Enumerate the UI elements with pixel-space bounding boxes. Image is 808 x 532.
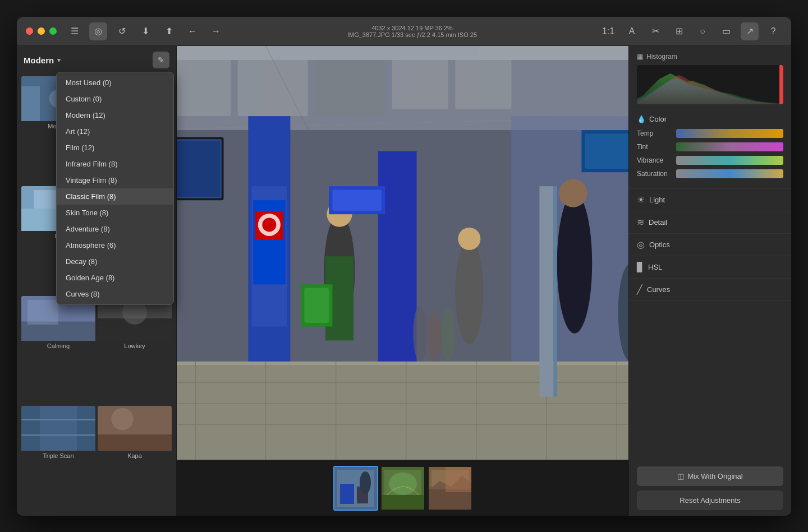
category-selector[interactable]: Modern ▾ (24, 55, 61, 65)
saturation-slider[interactable] (676, 169, 783, 178)
zoom-label: 1:1 (602, 26, 614, 36)
color-label: Color (649, 115, 667, 123)
filter-item-kapa[interactable]: Kapa (98, 406, 172, 514)
tint-label: Tint (637, 143, 676, 151)
svg-rect-22 (40, 406, 77, 451)
color-title: 💧 Color (637, 115, 783, 123)
text-button[interactable]: A (623, 22, 641, 40)
svg-point-41 (262, 218, 276, 232)
filter-button[interactable]: ◎ (89, 22, 107, 40)
temp-slider[interactable] (676, 129, 783, 138)
svg-rect-67 (177, 141, 220, 197)
filter-thumb-triple (21, 406, 95, 451)
history-button[interactable]: ↺ (113, 22, 131, 40)
crop-button[interactable]: ⊞ (670, 22, 688, 40)
svg-point-60 (455, 239, 483, 344)
app-window: ☰ ◎ ↺ ⬇ ⬆ ← → 4032 x 3024 12.19 MP 36.2 (17, 17, 791, 516)
dropdown-classic-film[interactable]: Classic Film (8) (57, 188, 173, 205)
filmstrip-thumb-3[interactable] (428, 466, 472, 511)
category-dropdown: Most Used (0) Custom (0) Modern (12) Art… (56, 72, 174, 305)
close-button[interactable] (26, 27, 33, 35)
histogram-icon: ▦ (637, 53, 643, 61)
dropdown-infrared-film[interactable]: Infrared Film (8) (57, 156, 173, 172)
light-section[interactable]: ☀ Light (629, 189, 791, 211)
dropdown-vintage-film[interactable]: Vintage Film (8) (57, 172, 173, 188)
dropdown-atmosphere[interactable]: Atmosphere (6) (57, 237, 173, 253)
reset-label: Reset Adjustments (680, 496, 740, 505)
panel-right: ▦ Histogram (628, 46, 791, 516)
color-icon: 💧 (637, 115, 646, 123)
dropdown-curves[interactable]: Curves (8) (57, 286, 173, 302)
filmstrip-thumb-1[interactable] (333, 466, 378, 511)
dropdown-golden-age[interactable]: Golden Age (8) (57, 270, 173, 286)
filmstrip-thumb-2[interactable] (380, 466, 425, 511)
filter-item-lowkey[interactable]: Lowkey (98, 296, 172, 404)
svg-point-63 (559, 179, 587, 207)
sidebar-left: Modern ▾ ✎ Most Used (0) Custom (0) Mode… (17, 46, 177, 516)
zoom-button[interactable]: 1:1 (599, 22, 617, 40)
dropdown-adventure[interactable]: Adventure (8) (57, 221, 173, 237)
histogram-graph (637, 65, 783, 104)
optics-section[interactable]: ◎ Optics (629, 234, 791, 256)
tint-slider[interactable] (676, 142, 783, 151)
dropdown-skin-tone[interactable]: Skin Tone (8) (57, 205, 173, 221)
dropdown-film[interactable]: Film (12) (57, 140, 173, 156)
text-icon: A (629, 26, 635, 36)
svg-rect-76 (553, 186, 557, 396)
filter-name-calming: Calming (21, 341, 95, 351)
vibrance-row: Vibrance (637, 156, 783, 165)
svg-rect-15 (27, 300, 58, 325)
share-button[interactable]: ⬆ (160, 22, 178, 40)
vibrance-label: Vibrance (637, 156, 676, 164)
svg-rect-69 (332, 189, 382, 211)
histogram-section: ▦ Histogram (629, 46, 791, 109)
forward-button[interactable]: → (207, 22, 225, 40)
svg-rect-88 (382, 495, 424, 510)
dropdown-art[interactable]: Art (12) (57, 123, 173, 140)
photo-canvas[interactable] (177, 46, 628, 460)
minimize-button[interactable] (38, 27, 45, 35)
hsl-section[interactable]: ▊ HSL (629, 256, 791, 279)
history-icon: ↺ (118, 26, 126, 36)
forward-icon: → (212, 26, 221, 36)
rect-select-button[interactable]: ▭ (717, 22, 735, 40)
circle-select-button[interactable]: ○ (694, 22, 711, 40)
histogram-label: Histogram (646, 53, 677, 61)
tools-icon: ✂ (652, 26, 659, 36)
curves-icon: ╱ (637, 284, 642, 295)
svg-point-85 (360, 471, 371, 494)
back-icon: ← (188, 26, 197, 36)
svg-rect-71 (304, 288, 329, 323)
edit-filters-button[interactable]: ✎ (153, 52, 169, 68)
dropdown-decay[interactable]: Decay (8) (57, 253, 173, 270)
mix-label: Mix With Original (687, 472, 742, 480)
help-button[interactable]: ? (764, 22, 782, 40)
tools-button[interactable]: ✂ (646, 22, 664, 40)
dropdown-most-used[interactable]: Most Used (0) (57, 75, 173, 91)
maximize-button[interactable] (49, 27, 57, 35)
download-button[interactable]: ⬇ (136, 22, 154, 40)
svg-rect-1 (21, 86, 40, 121)
main-photo (177, 46, 628, 460)
dropdown-modern[interactable]: Modern (12) (57, 107, 173, 123)
optics-label: Optics (649, 240, 670, 249)
back-button[interactable]: ← (183, 22, 201, 40)
pointer-button[interactable]: ↗ (741, 22, 759, 40)
vibrance-slider[interactable] (676, 156, 783, 165)
svg-rect-83 (340, 484, 354, 504)
filter-item-triple-scan[interactable]: Triple Scan (21, 406, 95, 514)
reset-adjustments-button[interactable]: Reset Adjustments (637, 491, 783, 510)
curves-section[interactable]: ╱ Curves (629, 279, 791, 301)
svg-rect-28 (177, 46, 628, 60)
menu-button[interactable]: ☰ (66, 22, 84, 40)
saturation-label: Saturation (637, 170, 676, 178)
svg-rect-33 (455, 60, 511, 109)
dropdown-custom[interactable]: Custom (0) (57, 91, 173, 107)
svg-rect-24 (98, 434, 172, 451)
filter-name-kapa: Kapa (98, 451, 172, 461)
edit-icon: ✎ (158, 55, 164, 64)
main-content: Modern ▾ ✎ Most Used (0) Custom (0) Mode… (17, 46, 791, 516)
filter-item-calming[interactable]: Calming (21, 296, 95, 404)
detail-section[interactable]: ≋ Detail (629, 211, 791, 234)
mix-with-original-button[interactable]: ◫ Mix With Original (637, 466, 783, 486)
